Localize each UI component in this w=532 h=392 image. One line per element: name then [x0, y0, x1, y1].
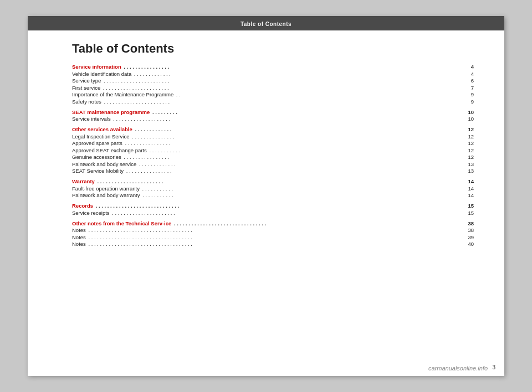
toc-entry: Service information . . . . . . . . . . … — [72, 64, 474, 70]
toc-label: Genuine accessories — [72, 154, 121, 160]
toc-page: 9 — [463, 99, 474, 105]
toc-dots: . . . . . . . . . . . . . — [132, 71, 462, 77]
toc-page: 10 — [463, 116, 474, 122]
toc-page: 7 — [463, 85, 474, 91]
toc-entry: Service intervals . . . . . . . . . . . … — [72, 116, 474, 122]
toc-page: 12 — [463, 133, 474, 140]
toc-entry: Notes . . . . . . . . . . . . . . . . . … — [72, 227, 474, 233]
toc-entry: First service . . . . . . . . . . . . . … — [72, 85, 474, 91]
toc-entry: Notes . . . . . . . . . . . . . . . . . … — [72, 241, 474, 247]
toc-dots: . . . . . . . . . . . — [141, 185, 462, 192]
toc-section-other-services: Other services available . . . . . . . .… — [72, 126, 474, 174]
toc-label: Service information — [72, 64, 121, 70]
toc-dots: . . . . . . . . . . . . . . . . . . . . … — [111, 210, 462, 216]
toc-page: 4 — [463, 64, 474, 70]
toc-label: Other services available — [72, 126, 132, 132]
toc-entry: SEAT maintenance programme . . . . . . .… — [72, 109, 474, 115]
toc-dots: . . . . . . . . . . . . . . . . . . . . … — [96, 178, 462, 184]
toc-page: 13 — [463, 161, 474, 167]
toc-label: Notes — [72, 241, 86, 247]
toc-label: Importance of the Maintenance Programme — [72, 91, 173, 97]
toc-page: 15 — [463, 203, 474, 209]
toc-page: 4 — [463, 71, 474, 77]
toc-section-other-notes: Other notes from the Technical Serv-ice … — [72, 220, 474, 247]
toc-dots: . . . . . . . . . — [151, 109, 462, 115]
page-title: Table of Contents — [72, 42, 474, 56]
header-bar: Table of Contents — [28, 16, 504, 30]
toc-label: Records — [72, 203, 93, 209]
toc-entry: Paintwork and body warranty . . . . . . … — [72, 192, 474, 198]
toc-page: 12 — [463, 147, 474, 153]
toc-label: Legal Inspection Service — [72, 133, 130, 140]
toc-label: Notes — [72, 227, 86, 233]
toc-label: Service receipts — [72, 210, 110, 216]
toc-dots: . . . . . . . . . . . . . . . . . . . . … — [87, 241, 462, 247]
toc-label: SEAT Service Mobility — [72, 168, 124, 174]
toc-dots: . . . . . . . . . . . . . . . . — [124, 140, 462, 146]
page: Table of Contents Table of Contents Serv… — [28, 16, 504, 376]
toc-label: Notes — [72, 234, 86, 240]
toc-page: 14 — [463, 192, 474, 198]
toc-dots: . . . . . . . . . . . . . . . — [131, 133, 462, 140]
toc-entry: Paintwork and body service . . . . . . .… — [72, 161, 474, 167]
toc-label: Warranty — [72, 178, 95, 184]
toc-entry: Records . . . . . . . . . . . . . . . . … — [72, 203, 474, 209]
content-area: Table of Contents Service information . … — [28, 30, 504, 262]
toc-dots: . . . . . . . . . . . . . . . . . . . . … — [172, 220, 462, 226]
toc-page: 15 — [463, 210, 474, 216]
toc-section-records: Records . . . . . . . . . . . . . . . . … — [72, 203, 474, 216]
toc-dots: . . . . . . . . . . . . . . . . . . . . … — [102, 78, 462, 84]
toc-entry: Legal Inspection Service . . . . . . . .… — [72, 133, 474, 140]
toc-label: Approved spare parts — [72, 140, 122, 146]
toc-label: Service type — [72, 78, 101, 84]
toc-page: 38 — [463, 220, 474, 226]
toc-label: Approved SEAT exchange parts — [72, 147, 147, 153]
toc-dots: . . . . . . . . . . . . . — [134, 126, 462, 132]
toc-dots: . . . . . . . . . . . . . . . . — [125, 168, 462, 174]
toc-page: 9 — [463, 91, 474, 97]
toc-section-service-info: Service information . . . . . . . . . . … — [72, 64, 474, 105]
toc-label: Safety notes — [72, 99, 101, 105]
toc-label: Vehicle identification data — [72, 71, 131, 77]
toc-section-warranty: Warranty . . . . . . . . . . . . . . . .… — [72, 178, 474, 198]
toc-page: 14 — [463, 178, 474, 184]
toc-page: 13 — [463, 168, 474, 174]
toc-label: Other notes from the Technical Serv-ice — [72, 220, 171, 226]
toc-dots: . . . . . . . . . . . . . . . . . . . . … — [87, 234, 462, 240]
toc-page: 10 — [463, 109, 474, 115]
toc-dots: . . . . . . . . . . . . . . . . . . . . … — [87, 227, 462, 233]
toc-label: Fault-free operation warranty — [72, 185, 140, 192]
toc-entry: Genuine accessories . . . . . . . . . . … — [72, 154, 474, 160]
toc-dots: . . . . . . . . . . . — [148, 147, 462, 153]
toc-entry: Importance of the Maintenance Programme … — [72, 91, 474, 97]
toc-entry: Notes . . . . . . . . . . . . . . . . . … — [72, 234, 474, 240]
toc-page: 14 — [463, 185, 474, 192]
toc-entry: Service receipts . . . . . . . . . . . .… — [72, 210, 474, 216]
page-number: 3 — [492, 364, 495, 370]
toc-page: 12 — [463, 140, 474, 146]
toc-page: 12 — [463, 154, 474, 160]
toc-dots: . . . . . . . . . . . . . . . . . . . . … — [101, 85, 462, 91]
toc-dots: . . . . . . . . . . . . . . . . — [122, 64, 462, 70]
toc-entry: Fault-free operation warranty . . . . . … — [72, 185, 474, 192]
toc-entry: Safety notes . . . . . . . . . . . . . .… — [72, 99, 474, 105]
toc-dots: . . . . . . . . . . . — [141, 192, 462, 198]
toc-label: Service intervals — [72, 116, 111, 122]
toc-entry: Warranty . . . . . . . . . . . . . . . .… — [72, 178, 474, 184]
toc-label: Paintwork and body service — [72, 161, 136, 167]
toc-entry: SEAT Service Mobility . . . . . . . . . … — [72, 168, 474, 174]
toc-label: SEAT maintenance programme — [72, 109, 150, 115]
toc-entry: Other notes from the Technical Serv-ice … — [72, 220, 474, 226]
toc-page: 39 — [463, 234, 474, 240]
watermark: carmanualsonline.info — [428, 365, 488, 372]
toc-dots: . . . . . . . . . . . . . . . . . . . . … — [94, 203, 462, 209]
toc-entry: Service type . . . . . . . . . . . . . .… — [72, 78, 474, 84]
toc-section-maintenance: SEAT maintenance programme . . . . . . .… — [72, 109, 474, 122]
toc-entry: Other services available . . . . . . . .… — [72, 126, 474, 132]
toc-page: 38 — [463, 227, 474, 233]
toc-page: 40 — [463, 241, 474, 247]
header-title: Table of Contents — [241, 21, 291, 27]
toc-dots: . . . . . . . . . . . . . . . . . . . . — [112, 116, 462, 122]
toc-entry: Approved spare parts . . . . . . . . . .… — [72, 140, 474, 146]
toc-label: Paintwork and body warranty — [72, 192, 140, 198]
